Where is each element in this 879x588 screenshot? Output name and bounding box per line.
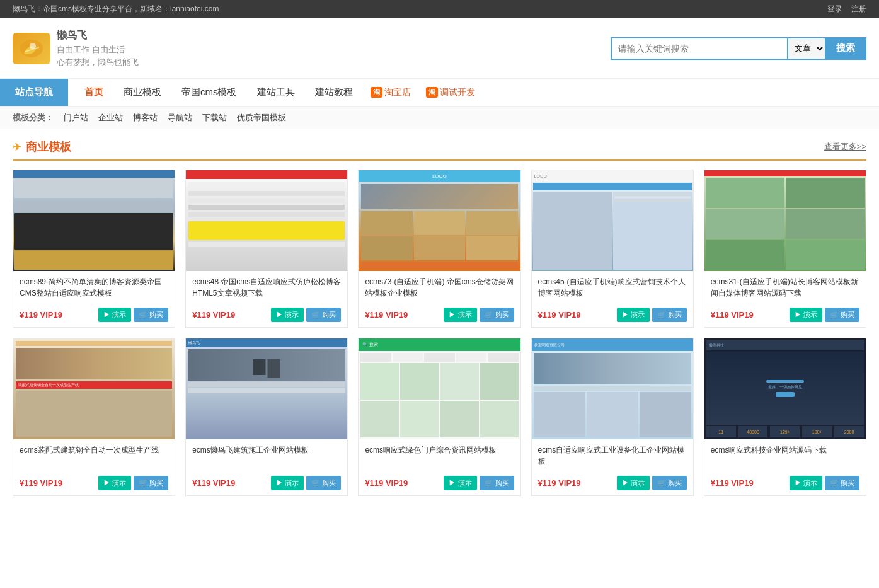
product-thumb-5	[704, 170, 866, 271]
nav-item-tutorial[interactable]: 建站教程	[305, 79, 363, 106]
search-input[interactable]	[611, 37, 787, 60]
product-thumb-9: 新型制造有限公司	[532, 338, 693, 439]
demo-btn-2[interactable]: ▶ 演示	[271, 308, 304, 322]
nav-debug[interactable]: 淘 调试开发	[418, 82, 483, 103]
product-actions-10: ▶ 演示 🛒 购买	[790, 476, 859, 490]
product-bottom-8: ¥119 VIP19 ▶ 演示 🛒 购买	[359, 472, 520, 495]
logo-main-text: 懒鸟飞	[57, 27, 139, 43]
product-price-10: ¥119 VIP19	[711, 478, 754, 488]
filter-nav[interactable]: 导航站	[168, 112, 192, 124]
demo-btn-3[interactable]: ▶ 演示	[444, 308, 476, 322]
product-bottom-4: ¥119 VIP19 ▶ 演示 🛒 购买	[532, 304, 693, 327]
search-type-select[interactable]: 文章	[787, 37, 825, 60]
buy-btn-2[interactable]: 🛒 购买	[306, 308, 341, 322]
buy-btn-10[interactable]: 🛒 购买	[825, 476, 859, 490]
topbar-actions: 登录 注册	[827, 4, 866, 14]
nav-item-tools[interactable]: 建站工具	[247, 79, 305, 106]
buy-btn-8[interactable]: 🛒 购买	[480, 476, 514, 490]
product-actions-1: ▶ 演示 🛒 购买	[98, 308, 168, 322]
demo-btn-9[interactable]: ▶ 演示	[617, 476, 650, 490]
product-name-10: ecms响应式科技企业网站源码下载	[711, 444, 859, 467]
product-card-6[interactable]: 装配式建筑钢全自动一次成型生产线 ecms装配式建筑钢全自动一次成型生产线 ¥1…	[13, 338, 175, 496]
search-bar: 文章 搜索	[611, 37, 866, 60]
nav-guide[interactable]: 站点导航	[0, 79, 68, 106]
product-actions-6: ▶ 演示 🛒 购买	[98, 476, 168, 490]
section-more-link[interactable]: 查看更多>>	[824, 141, 866, 153]
buy-btn-4[interactable]: 🛒 购买	[652, 308, 687, 322]
product-grid-row1: ecms89-简约不简单清爽的博客资源类帝国CMS整站自适应响应式模板 ¥119…	[13, 170, 866, 328]
filter-enterprise[interactable]: 企业站	[98, 112, 123, 124]
product-info-10: ecms响应式科技企业网站源码下载	[704, 439, 866, 472]
product-bottom-7: ¥119 VIP19 ▶ 演示 🛒 购买	[186, 472, 347, 495]
product-card-5[interactable]: ecms31-(自适应手机端)站长博客网站模板新闻自媒体博客网站源码下载 ¥11…	[704, 170, 866, 328]
buy-btn-1[interactable]: 🛒 购买	[134, 308, 168, 322]
demo-btn-4[interactable]: ▶ 演示	[617, 308, 650, 322]
demo-btn-5[interactable]: ▶ 演示	[790, 308, 822, 322]
product-bottom-1: ¥119 VIP19 ▶ 演示 🛒 购买	[13, 304, 175, 327]
product-info-3: ecms73-(自适应手机端) 帝国cms仓储货架网站模板企业模板	[359, 271, 520, 304]
product-thumb-6: 装配式建筑钢全自动一次成型生产线	[13, 338, 175, 439]
search-button[interactable]: 搜索	[825, 37, 866, 60]
nav-debug-label: 调试开发	[440, 87, 475, 98]
filter-blog[interactable]: 博客站	[133, 112, 158, 124]
nav-item-home[interactable]: 首页	[74, 79, 113, 106]
buy-btn-5[interactable]: 🛒 购买	[825, 308, 859, 322]
register-link[interactable]: 注册	[851, 4, 866, 14]
product-bottom-2: ¥119 VIP19 ▶ 演示 🛒 购买	[186, 304, 347, 327]
product-thumb-3: LOGO	[359, 170, 520, 271]
nav-taobao[interactable]: 淘 淘宝店	[363, 82, 418, 103]
demo-btn-7[interactable]: ▶ 演示	[271, 476, 304, 490]
buy-btn-6[interactable]: 🛒 购买	[134, 476, 168, 490]
product-thumb-8: 🔍 搜索	[359, 338, 520, 439]
product-actions-9: ▶ 演示 🛒 购买	[617, 476, 687, 490]
product-price-7: ¥119 VIP19	[192, 478, 235, 488]
product-actions-7: ▶ 演示 🛒 购买	[271, 476, 341, 490]
filter-quality[interactable]: 优质帝国模板	[237, 112, 286, 124]
product-price-3: ¥119 VIP19	[365, 310, 408, 320]
logo-subtitle-1: 自由工作 自由生活	[57, 43, 139, 57]
topbar-title: 懒鸟飞：帝国cms模板专业分享平台，新域名：lanniaofei.com	[13, 4, 219, 14]
product-info-2: ecms48-帝国cms自适应响应式仿庐松松博客HTML5文章视频下载	[186, 271, 347, 304]
product-bottom-3: ¥119 VIP19 ▶ 演示 🛒 购买	[359, 304, 520, 327]
logo-icon	[13, 33, 50, 64]
product-card-3[interactable]: LOGO	[358, 170, 520, 328]
filter-label: 模板分类：	[13, 112, 54, 124]
nav-item-commercial[interactable]: 商业模板	[113, 79, 171, 106]
product-name-6: ecms装配式建筑钢全自动一次成型生产线	[20, 444, 168, 467]
product-card-2[interactable]: ecms48-帝国cms自适应响应式仿庐松松博客HTML5文章视频下载 ¥119…	[185, 170, 348, 328]
nav-item-empire[interactable]: 帝国cms模板	[171, 79, 247, 106]
product-info-8: ecms响应式绿色门户综合资讯网站模板	[359, 439, 520, 472]
product-info-1: ecms89-简约不简单清爽的博客资源类帝国CMS整站自适应响应式模板	[13, 271, 175, 304]
section-title: ✈ 商业模板	[13, 139, 71, 154]
product-grid-row2: 装配式建筑钢全自动一次成型生产线 ecms装配式建筑钢全自动一次成型生产线 ¥1…	[13, 338, 866, 496]
filter-download[interactable]: 下载站	[202, 112, 227, 124]
product-thumb-10: 懒鸟科技 最好，一切如你所见 11 48000	[704, 338, 866, 439]
product-info-7: ecms懒鸟飞建筑施工企业网站模板	[186, 439, 347, 472]
buy-btn-9[interactable]: 🛒 购买	[652, 476, 687, 490]
product-card-1[interactable]: ecms89-简约不简单清爽的博客资源类帝国CMS整站自适应响应式模板 ¥119…	[13, 170, 175, 328]
product-thumb-7: 懒鸟飞	[186, 338, 347, 439]
demo-btn-10[interactable]: ▶ 演示	[790, 476, 822, 490]
section-header: ✈ 商业模板 查看更多>>	[13, 139, 866, 161]
product-bottom-10: ¥119 VIP19 ▶ 演示 🛒 购买	[704, 472, 866, 495]
product-card-10[interactable]: 懒鸟科技 最好，一切如你所见 11 48000	[704, 338, 866, 496]
buy-btn-7[interactable]: 🛒 购买	[306, 476, 341, 490]
product-actions-3: ▶ 演示 🛒 购买	[444, 308, 514, 322]
login-link[interactable]: 登录	[827, 4, 842, 14]
product-price-5: ¥119 VIP19	[711, 310, 754, 320]
filter-portal[interactable]: 门户站	[64, 112, 88, 124]
product-info-6: ecms装配式建筑钢全自动一次成型生产线	[13, 439, 175, 472]
debug-badge: 淘	[426, 87, 438, 98]
product-card-8[interactable]: 🔍 搜索	[358, 338, 520, 496]
buy-btn-3[interactable]: 🛒 购买	[480, 308, 514, 322]
product-card-7[interactable]: 懒鸟飞 ecms懒鸟飞建筑施工企业网站模板	[185, 338, 348, 496]
section-icon: ✈	[13, 141, 21, 153]
product-card-4[interactable]: LOGO ecms45-	[531, 170, 694, 328]
product-name-4: ecms45-(自适应手机端)响应式营销技术个人博客网站模板	[538, 276, 687, 299]
section-title-text: 商业模板	[26, 139, 71, 154]
demo-btn-1[interactable]: ▶ 演示	[98, 308, 131, 322]
demo-btn-6[interactable]: ▶ 演示	[98, 476, 131, 490]
product-price-9: ¥119 VIP19	[538, 478, 581, 488]
product-card-9[interactable]: 新型制造有限公司 ecms自适应响应式工业设备化工企业网站模板	[531, 338, 694, 496]
demo-btn-8[interactable]: ▶ 演示	[444, 476, 476, 490]
